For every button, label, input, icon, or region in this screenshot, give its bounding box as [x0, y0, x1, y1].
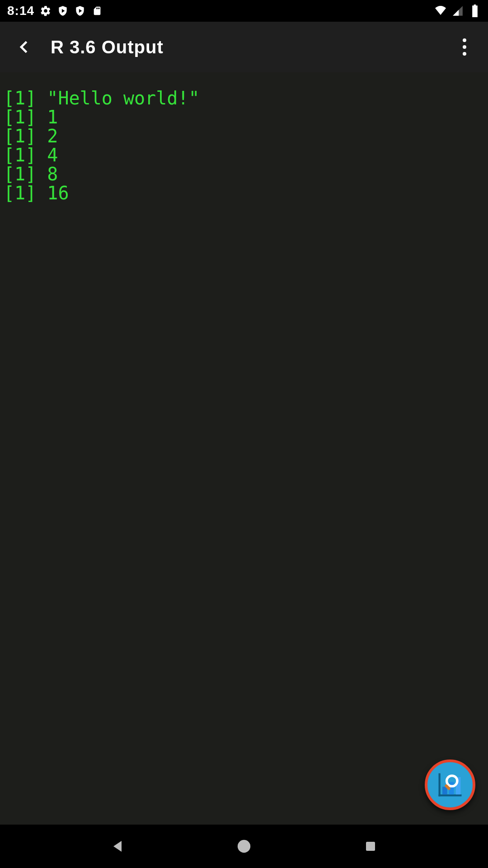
status-left: 8:14 [7, 4, 103, 18]
analyze-chart-fab[interactable] [425, 760, 475, 810]
nav-back-button[interactable] [104, 833, 131, 860]
system-nav-bar [0, 825, 488, 868]
chevron-left-icon [14, 36, 33, 58]
page-title: R 3.6 Output [51, 37, 437, 57]
battery-icon [469, 5, 481, 17]
svg-point-7 [238, 840, 250, 853]
svg-rect-0 [439, 774, 441, 797]
app-bar: R 3.6 Output [0, 22, 488, 72]
shield-play-icon [74, 5, 86, 17]
nav-home-button[interactable] [230, 833, 258, 860]
circle-home-icon [236, 839, 252, 854]
back-button[interactable] [11, 34, 36, 60]
square-recents-icon [364, 840, 377, 853]
triangle-back-icon [109, 838, 126, 854]
svg-rect-1 [439, 794, 462, 796]
signal-icon [452, 5, 464, 17]
svg-rect-8 [366, 842, 375, 851]
shield-play-icon [57, 5, 69, 17]
more-vert-icon [463, 38, 466, 56]
more-options-button[interactable] [452, 34, 477, 60]
chart-magnify-icon [435, 769, 465, 800]
status-time: 8:14 [7, 4, 34, 18]
sd-card-icon [91, 5, 103, 17]
output-pane[interactable]: [1] "Hello world!" [1] 1 [1] 2 [1] 4 [1]… [0, 72, 488, 825]
wifi-icon [435, 5, 446, 17]
status-bar: 8:14 [0, 0, 488, 22]
nav-recents-button[interactable] [357, 833, 384, 860]
status-right [435, 5, 481, 17]
gear-icon [40, 5, 52, 17]
